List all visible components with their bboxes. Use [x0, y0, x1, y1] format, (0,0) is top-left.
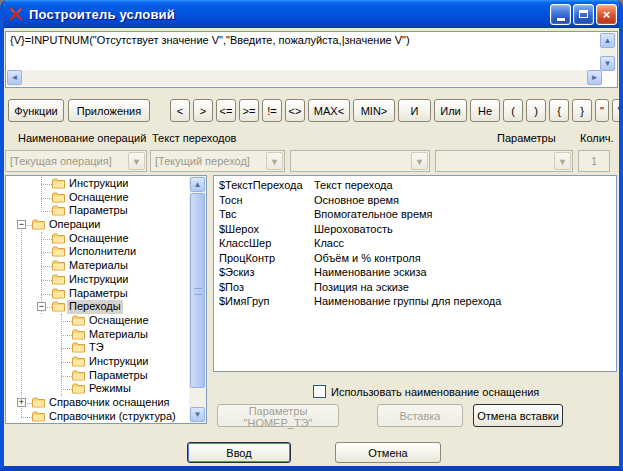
tree-item-label[interactable]: Режимы [87, 382, 133, 396]
param-combobox-2[interactable]: ▼ [435, 150, 573, 172]
chevron-down-icon[interactable]: ▼ [266, 152, 283, 170]
use-tooling-checkbox[interactable] [313, 385, 326, 398]
chevron-down-icon[interactable]: ▼ [411, 152, 428, 170]
tree-item[interactable]: Параметры [6, 204, 189, 218]
tree-item[interactable]: Инструкции [6, 355, 189, 369]
scroll-down-icon[interactable]: ▼ [190, 407, 205, 422]
list-item[interactable]: КлассШерКласс [214, 237, 616, 252]
formula-editor[interactable]: {V}=INPUTNUM("Отсутствует значение V","В… [5, 31, 618, 88]
operator-button[interactable]: ( [503, 99, 523, 122]
tree-item[interactable]: Оснащение [6, 314, 189, 328]
operator-button[interactable]: Не [470, 99, 500, 122]
tree-item[interactable]: +Справочник оснащения [6, 396, 189, 410]
functions-button[interactable]: Функции [8, 99, 64, 122]
insert-button[interactable]: Вставка [377, 404, 463, 427]
collapse-icon[interactable]: − [17, 220, 26, 229]
scroll-right-icon[interactable]: ► [587, 70, 602, 85]
list-item[interactable]: ТвсВпомогательное время [214, 208, 616, 223]
tree-item-label[interactable]: Оснащение [87, 314, 151, 328]
tree-item-label[interactable]: Переходы [67, 300, 123, 314]
count-field[interactable]: 1 [578, 150, 610, 172]
list-item[interactable]: ТоснОсновное время [214, 194, 616, 209]
operator-button[interactable]: } [572, 99, 592, 122]
operator-button[interactable]: >= [239, 99, 259, 122]
expand-icon[interactable]: + [17, 398, 26, 407]
tree-item[interactable]: Материалы [6, 328, 189, 342]
list-item[interactable]: $ЭскизНаименование эскиза [214, 266, 616, 281]
tree-item-label[interactable]: Материалы [87, 328, 150, 342]
tree-item[interactable]: Инструкции [6, 177, 189, 191]
tree-item[interactable]: −Переходы [6, 300, 189, 314]
list-item[interactable]: $ТекстПереходаТекст перехода [214, 179, 616, 194]
formula-text[interactable]: {V}=INPUTNUM("Отсутствует значение V","В… [10, 34, 597, 46]
operator-button[interactable]: ' [612, 99, 623, 122]
operator-button[interactable]: <= [216, 99, 236, 122]
tree-item[interactable]: Оснащение [6, 232, 189, 246]
tree-item-label[interactable]: Материалы [67, 259, 130, 273]
tree-item-label[interactable]: Параметры [67, 287, 130, 301]
list-item[interactable]: ПроцКонтрОбъём и % контроля [214, 252, 616, 267]
scrollbar-thumb[interactable] [190, 193, 205, 388]
chevron-down-icon[interactable]: ▼ [554, 152, 571, 170]
applications-button[interactable]: Приложения [68, 99, 150, 122]
tree-item[interactable]: Режимы [6, 382, 189, 396]
scroll-down-icon[interactable]: ▼ [600, 56, 615, 71]
tree-item-label[interactable]: Параметры [67, 204, 130, 218]
tree-item[interactable]: Справочники (структура) [6, 410, 189, 424]
tree-vscrollbar[interactable]: ▲ ▼ [189, 176, 206, 423]
tree-panel[interactable]: ИнструкцииОснащениеПараметры−ОперацииОсн… [5, 175, 207, 424]
tree-item[interactable]: −Операции [6, 218, 189, 232]
cancel-insert-button[interactable]: Отмена вставки [473, 404, 563, 427]
tree-item-label[interactable]: Параметры [87, 369, 150, 383]
transition-combobox[interactable]: [Текущий переход] ▼ [150, 150, 285, 172]
tree-item-label[interactable]: Оснащение [67, 232, 131, 246]
chevron-down-icon[interactable]: ▼ [128, 152, 145, 170]
tree-item[interactable]: Оснащение [6, 191, 189, 205]
tree-item[interactable]: Параметры [6, 287, 189, 301]
scroll-up-icon[interactable]: ▲ [190, 177, 205, 192]
tree-item-label[interactable]: Исполнители [67, 245, 138, 259]
list-item[interactable]: $ШерохШероховатость [214, 223, 616, 238]
attributes-list[interactable]: $ТекстПереходаТекст переходаТоснОсновное… [213, 175, 617, 372]
tree-item-label[interactable]: Оснащение [67, 191, 131, 205]
formula-vscrollbar[interactable]: ▲ ▼ [600, 33, 616, 71]
tree-item-label[interactable]: Справочники (структура) [47, 410, 178, 424]
scroll-up-icon[interactable]: ▲ [600, 33, 615, 48]
tree-item-label[interactable]: Операции [47, 218, 102, 232]
tree-item[interactable]: Исполнители [6, 245, 189, 259]
ok-button[interactable]: Ввод [187, 442, 291, 463]
operator-button[interactable]: > [193, 99, 213, 122]
params-nomer-te-button[interactable]: Параметры "НОМЕР_ТЭ" [217, 404, 339, 427]
tree-item[interactable]: Материалы [6, 259, 189, 273]
cancel-button[interactable]: Отмена [335, 442, 441, 463]
operator-button[interactable]: И [398, 99, 431, 122]
tree-item-label[interactable]: Инструкции [67, 273, 130, 287]
collapse-icon[interactable]: − [37, 302, 46, 311]
list-item[interactable]: $ИмяГрупНаименование группы для перехода [214, 295, 616, 310]
operator-button[interactable]: ) [526, 99, 546, 122]
operator-button[interactable]: != [262, 99, 282, 122]
tree-item-label[interactable]: Инструкции [67, 177, 130, 191]
tree-item-label[interactable]: ТЭ [87, 341, 106, 355]
scroll-left-icon[interactable]: ◄ [7, 70, 22, 85]
operation-combobox[interactable]: [Текущая операция] ▼ [5, 150, 147, 172]
tree-item[interactable]: Инструкции [6, 273, 189, 287]
operator-button[interactable]: <> [285, 99, 305, 122]
param-combobox-1[interactable]: ▼ [290, 150, 430, 172]
list-item[interactable]: $ПозПозиция на эскизе [214, 281, 616, 296]
titlebar[interactable]: Построитель условий × [0, 0, 623, 28]
tree-item-label[interactable]: Справочник оснащения [47, 396, 172, 410]
tree-item-label[interactable]: Инструкции [87, 355, 150, 369]
close-button[interactable]: × [596, 4, 617, 25]
formula-hscrollbar[interactable]: ◄ ► [7, 70, 602, 86]
operator-button[interactable]: MIN> [353, 99, 395, 122]
operator-button[interactable]: " [595, 99, 609, 122]
operator-button[interactable]: MAX< [308, 99, 350, 122]
tree-item[interactable]: ТЭ [6, 341, 189, 355]
operator-button[interactable]: < [170, 99, 190, 122]
minimize-button[interactable] [550, 4, 571, 25]
operator-button[interactable]: Или [434, 99, 467, 122]
operator-button[interactable]: { [549, 99, 569, 122]
maximize-button[interactable] [573, 4, 594, 25]
tree-item[interactable]: Параметры [6, 369, 189, 383]
